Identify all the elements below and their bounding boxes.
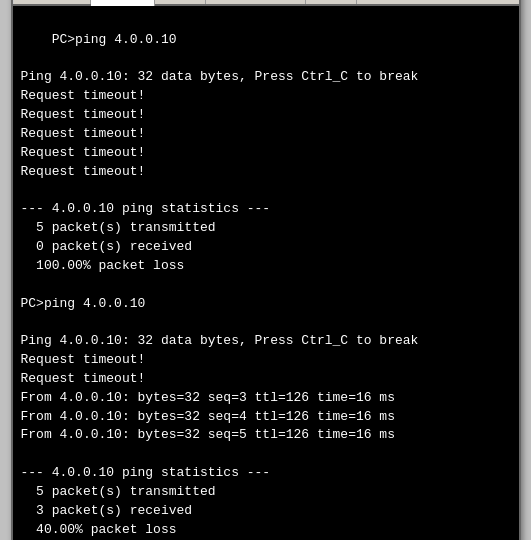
tab-serial[interactable]: 串口 <box>306 0 357 4</box>
tab-command-line[interactable]: 命令行 <box>91 0 155 6</box>
window: PC1 基础配置 命令行 组播 UDP发包工具 串口 PC>ping 4.0.0… <box>11 0 521 540</box>
tab-basic-config[interactable]: 基础配置 <box>13 0 91 4</box>
tab-multicast[interactable]: 组播 <box>155 0 206 4</box>
tab-udp-tool[interactable]: UDP发包工具 <box>206 0 306 4</box>
terminal-output[interactable]: PC>ping 4.0.0.10 Ping 4.0.0.10: 32 data … <box>13 6 519 540</box>
terminal-text: PC>ping 4.0.0.10 Ping 4.0.0.10: 32 data … <box>21 32 419 537</box>
